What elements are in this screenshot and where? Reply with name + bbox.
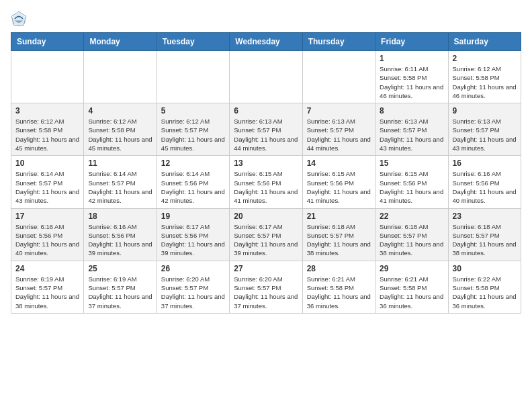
day-number: 28 xyxy=(307,264,371,273)
day-info: Sunrise: 6:14 AMSunset: 5:57 PMDaylight:… xyxy=(88,169,152,205)
day-number: 8 xyxy=(380,106,443,116)
day-number: 13 xyxy=(234,158,298,168)
day-number: 17 xyxy=(15,212,79,221)
day-number: 4 xyxy=(88,106,152,116)
calendar-cell xyxy=(302,51,375,103)
weekday-header-wednesday: Wednesday xyxy=(230,33,302,51)
day-info: Sunrise: 6:13 AMSunset: 5:57 PMDaylight:… xyxy=(307,117,371,152)
day-info: Sunrise: 6:16 AMSunset: 5:56 PMDaylight:… xyxy=(88,222,152,258)
day-number: 27 xyxy=(234,264,298,273)
day-info: Sunrise: 6:15 AMSunset: 5:56 PMDaylight:… xyxy=(234,169,298,205)
calendar-cell: 21Sunrise: 6:18 AMSunset: 5:57 PMDayligh… xyxy=(302,208,375,261)
day-info: Sunrise: 6:12 AMSunset: 5:58 PMDaylight:… xyxy=(88,117,152,152)
day-info: Sunrise: 6:16 AMSunset: 5:56 PMDaylight:… xyxy=(15,222,79,258)
day-number: 25 xyxy=(88,264,152,273)
day-info: Sunrise: 6:19 AMSunset: 5:57 PMDaylight:… xyxy=(88,275,152,310)
day-info: Sunrise: 6:15 AMSunset: 5:56 PMDaylight:… xyxy=(307,169,371,205)
weekday-header-thursday: Thursday xyxy=(302,33,375,51)
day-info: Sunrise: 6:18 AMSunset: 5:57 PMDaylight:… xyxy=(453,222,517,258)
calendar-cell: 2Sunrise: 6:12 AMSunset: 5:58 PMDaylight… xyxy=(448,51,521,103)
calendar-cell: 18Sunrise: 6:16 AMSunset: 5:56 PMDayligh… xyxy=(84,208,157,261)
day-number: 23 xyxy=(453,212,517,221)
weekday-header-saturday: Saturday xyxy=(448,33,521,51)
day-info: Sunrise: 6:14 AMSunset: 5:57 PMDaylight:… xyxy=(15,169,79,205)
day-number: 22 xyxy=(380,212,443,221)
day-number: 16 xyxy=(453,158,517,168)
day-info: Sunrise: 6:13 AMSunset: 5:57 PMDaylight:… xyxy=(380,117,443,152)
day-info: Sunrise: 6:12 AMSunset: 5:57 PMDaylight:… xyxy=(161,117,225,152)
day-info: Sunrise: 6:21 AMSunset: 5:58 PMDaylight:… xyxy=(307,275,371,310)
calendar-cell: 28Sunrise: 6:21 AMSunset: 5:58 PMDayligh… xyxy=(302,261,375,313)
day-info: Sunrise: 6:12 AMSunset: 5:58 PMDaylight:… xyxy=(15,117,79,152)
logo xyxy=(11,11,30,27)
calendar-cell xyxy=(230,51,302,103)
calendar-cell: 12Sunrise: 6:14 AMSunset: 5:56 PMDayligh… xyxy=(157,156,229,208)
day-number: 26 xyxy=(161,264,225,273)
calendar-cell: 25Sunrise: 6:19 AMSunset: 5:57 PMDayligh… xyxy=(84,261,157,313)
day-info: Sunrise: 6:20 AMSunset: 5:57 PMDaylight:… xyxy=(161,275,225,310)
calendar-cell: 8Sunrise: 6:13 AMSunset: 5:57 PMDaylight… xyxy=(375,103,448,156)
calendar-cell: 20Sunrise: 6:17 AMSunset: 5:57 PMDayligh… xyxy=(230,208,302,261)
day-info: Sunrise: 6:18 AMSunset: 5:57 PMDaylight:… xyxy=(307,222,371,258)
calendar-cell: 24Sunrise: 6:19 AMSunset: 5:57 PMDayligh… xyxy=(11,261,84,313)
day-info: Sunrise: 6:13 AMSunset: 5:57 PMDaylight:… xyxy=(234,117,298,152)
day-number: 18 xyxy=(88,212,152,221)
day-number: 3 xyxy=(15,106,79,116)
day-number: 19 xyxy=(161,212,225,221)
day-number: 2 xyxy=(453,54,517,63)
calendar-cell: 1Sunrise: 6:11 AMSunset: 5:58 PMDaylight… xyxy=(375,51,448,103)
weekday-header-monday: Monday xyxy=(84,33,157,51)
day-number: 21 xyxy=(307,212,371,221)
day-number: 20 xyxy=(234,212,298,221)
day-number: 5 xyxy=(161,106,225,116)
day-info: Sunrise: 6:20 AMSunset: 5:57 PMDaylight:… xyxy=(234,275,298,310)
day-info: Sunrise: 6:19 AMSunset: 5:57 PMDaylight:… xyxy=(15,275,79,310)
calendar-cell: 13Sunrise: 6:15 AMSunset: 5:56 PMDayligh… xyxy=(230,156,302,208)
day-info: Sunrise: 6:18 AMSunset: 5:57 PMDaylight:… xyxy=(380,222,443,258)
day-number: 6 xyxy=(234,106,298,116)
calendar-cell: 19Sunrise: 6:17 AMSunset: 5:56 PMDayligh… xyxy=(157,208,229,261)
calendar-cell: 30Sunrise: 6:22 AMSunset: 5:58 PMDayligh… xyxy=(448,261,521,313)
calendar-cell: 5Sunrise: 6:12 AMSunset: 5:57 PMDaylight… xyxy=(157,103,229,156)
day-number: 14 xyxy=(307,158,371,168)
calendar-cell: 14Sunrise: 6:15 AMSunset: 5:56 PMDayligh… xyxy=(302,156,375,208)
calendar-cell xyxy=(157,51,229,103)
day-number: 24 xyxy=(15,264,79,273)
day-info: Sunrise: 6:13 AMSunset: 5:57 PMDaylight:… xyxy=(453,117,517,152)
day-info: Sunrise: 6:22 AMSunset: 5:58 PMDaylight:… xyxy=(453,275,517,310)
weekday-header-sunday: Sunday xyxy=(11,33,84,51)
calendar-cell: 26Sunrise: 6:20 AMSunset: 5:57 PMDayligh… xyxy=(157,261,229,313)
calendar-cell xyxy=(84,51,157,103)
calendar-cell: 10Sunrise: 6:14 AMSunset: 5:57 PMDayligh… xyxy=(11,156,84,208)
calendar-cell: 22Sunrise: 6:18 AMSunset: 5:57 PMDayligh… xyxy=(375,208,448,261)
logo-icon xyxy=(11,11,27,27)
day-info: Sunrise: 6:14 AMSunset: 5:56 PMDaylight:… xyxy=(161,169,225,205)
calendar-cell: 7Sunrise: 6:13 AMSunset: 5:57 PMDaylight… xyxy=(302,103,375,156)
calendar-cell: 4Sunrise: 6:12 AMSunset: 5:58 PMDaylight… xyxy=(84,103,157,156)
day-info: Sunrise: 6:12 AMSunset: 5:58 PMDaylight:… xyxy=(453,64,517,100)
day-number: 11 xyxy=(88,158,152,168)
day-info: Sunrise: 6:15 AMSunset: 5:56 PMDaylight:… xyxy=(380,169,443,205)
day-number: 29 xyxy=(380,264,443,273)
day-number: 1 xyxy=(380,54,443,63)
day-number: 7 xyxy=(307,106,371,116)
day-number: 30 xyxy=(453,264,517,273)
day-number: 12 xyxy=(161,158,225,168)
calendar-cell: 9Sunrise: 6:13 AMSunset: 5:57 PMDaylight… xyxy=(448,103,521,156)
calendar-cell xyxy=(11,51,84,103)
calendar-cell: 6Sunrise: 6:13 AMSunset: 5:57 PMDaylight… xyxy=(230,103,302,156)
day-info: Sunrise: 6:17 AMSunset: 5:56 PMDaylight:… xyxy=(161,222,225,258)
day-number: 10 xyxy=(15,158,79,168)
weekday-header-tuesday: Tuesday xyxy=(157,33,229,51)
calendar-table: SundayMondayTuesdayWednesdayThursdayFrid… xyxy=(11,32,521,314)
day-info: Sunrise: 6:17 AMSunset: 5:57 PMDaylight:… xyxy=(234,222,298,258)
calendar-cell: 16Sunrise: 6:16 AMSunset: 5:56 PMDayligh… xyxy=(448,156,521,208)
day-number: 15 xyxy=(380,158,443,168)
day-number: 9 xyxy=(453,106,517,116)
calendar-cell: 29Sunrise: 6:21 AMSunset: 5:58 PMDayligh… xyxy=(375,261,448,313)
calendar-cell: 27Sunrise: 6:20 AMSunset: 5:57 PMDayligh… xyxy=(230,261,302,313)
calendar-cell: 3Sunrise: 6:12 AMSunset: 5:58 PMDaylight… xyxy=(11,103,84,156)
calendar-cell: 15Sunrise: 6:15 AMSunset: 5:56 PMDayligh… xyxy=(375,156,448,208)
calendar-cell: 17Sunrise: 6:16 AMSunset: 5:56 PMDayligh… xyxy=(11,208,84,261)
day-info: Sunrise: 6:16 AMSunset: 5:56 PMDaylight:… xyxy=(453,169,517,205)
